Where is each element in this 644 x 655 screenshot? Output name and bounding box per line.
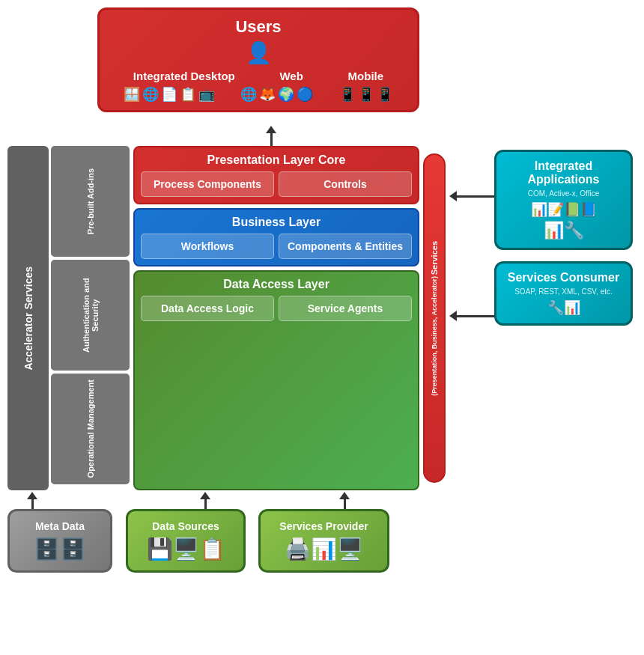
prebuilt-label: Pre-built Add-ins [86, 168, 95, 234]
meta-data-box: Meta Data 🗄️🗄️ [7, 509, 112, 573]
integrated-apps-icons: 📊📝📗📘 [504, 201, 623, 218]
services-provider-box: Services Provider 🖨️📊🖥️ [258, 509, 389, 573]
business-layer: Business Layer Workflows Components & En… [133, 208, 419, 266]
users-box: Users 👤 Integrated Desktop Web Mobile 🪟🌐… [97, 7, 419, 112]
service-agents-box: Service Agents [279, 296, 412, 321]
services-consumer-title: Services Consumer [504, 271, 623, 284]
presentation-layer: Presentation Layer Core Process Componen… [133, 146, 419, 204]
components-entities-box: Components & Entities [279, 234, 412, 259]
data-sources-label: Data Sources 💾🖥️📋 [126, 509, 246, 573]
sub-sidebars: Pre-built Add-ins Authentication and Sec… [51, 146, 130, 490]
meta-data-label: Meta Data 🗄️🗄️ [7, 509, 112, 573]
channel-web: Web [279, 70, 303, 82]
auth-label: Authentication and Security [82, 263, 100, 367]
services-consumer-sub: SOAP, REST, XML, CSV, etc. [504, 287, 623, 296]
ops-label: Operational Management [86, 380, 95, 478]
workflows-box: Workflows [141, 234, 274, 259]
desktop-icons: 🪟🌐📄📋📺 [124, 86, 215, 103]
mobile-icons: 📱📱📱 [339, 86, 393, 103]
business-inner-row: Workflows Components & Entities [141, 234, 412, 259]
sub-sidebar-prebuilt: Pre-built Add-ins [51, 146, 130, 257]
integrated-applications-box: Integrated Applications COM, Active-x, O… [494, 150, 633, 250]
services-provider-label: Services Provider 🖨️📊🖥️ [258, 509, 389, 573]
data-access-logic-box: Data Access Logic [141, 296, 274, 321]
services-main-text: Services [430, 241, 439, 275]
users-icons-row: 🪟🌐📄📋📺 🌐🦊🌍🔵 📱📱📱 [111, 86, 406, 103]
web-icons: 🌐🦊🌍🔵 [240, 86, 313, 103]
arrow-head-up [266, 126, 276, 133]
services-consumer-box: Services Consumer SOAP, REST, XML, CSV, … [494, 261, 633, 326]
users-title: Users [111, 17, 406, 37]
data-layer-title: Data Access Layer [141, 278, 412, 291]
services-consumer-icons: 🔧📊 [504, 299, 623, 316]
data-sources-box: Data Sources 💾🖥️📋 [126, 509, 246, 573]
integrated-apps-sub: COM, Active-x, Office [504, 189, 623, 198]
services-label-bar: Services (Presentation, Business, Accele… [423, 153, 446, 483]
integrated-apps-title: Integrated Applications [504, 159, 623, 186]
channel-desktop: Integrated Desktop [133, 70, 235, 82]
accelerator-services-sidebar: Accelerator Services [7, 146, 49, 490]
integrated-apps-extra-icons: 📊🔧 [504, 221, 623, 240]
diagram-container: Users 👤 Integrated Desktop Web Mobile 🪟🌐… [0, 0, 644, 655]
process-components-box: Process Components [141, 171, 274, 197]
data-inner-row: Data Access Logic Service Agents [141, 296, 412, 321]
presentation-layer-title: Presentation Layer Core [141, 153, 412, 167]
users-channels: Integrated Desktop Web Mobile [111, 70, 406, 82]
right-boxes: Integrated Applications COM, Active-x, O… [494, 150, 633, 326]
sub-sidebar-auth: Authentication and Security [51, 260, 130, 371]
channel-mobile: Mobile [348, 70, 384, 82]
sub-sidebar-ops: Operational Management [51, 374, 130, 484]
presentation-inner-row: Process Components Controls [141, 171, 412, 197]
controls-box: Controls [279, 171, 412, 197]
accelerator-services-label: Accelerator Services [22, 266, 34, 371]
users-icon: 👤 [111, 40, 406, 65]
business-layer-title: Business Layer [141, 216, 412, 229]
main-content-area: Presentation Layer Core Process Componen… [133, 146, 419, 490]
arrow-line [270, 133, 273, 147]
data-access-layer: Data Access Layer Data Access Logic Serv… [133, 270, 419, 490]
services-sub-text: (Presentation, Business, Accelerator) [431, 276, 438, 396]
